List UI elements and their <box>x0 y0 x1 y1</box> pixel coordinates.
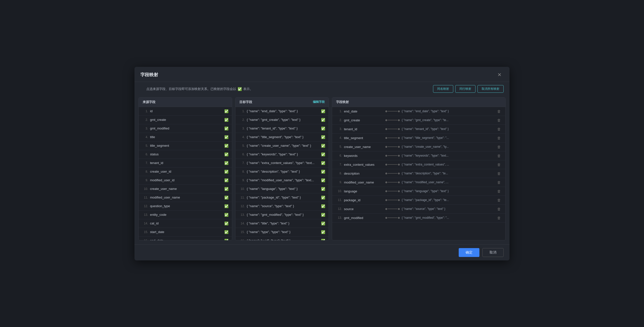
target-field-row[interactable]: 16. { "name": "uuid", "type": "text" } ✅ <box>236 237 329 240</box>
map-target-field: { "name": "title_segment", "type": "... <box>402 136 494 140</box>
target-field-row[interactable]: 10. { "name": "language", "type": "text"… <box>236 185 329 193</box>
source-field-row[interactable]: 3. gmt_modified ✅ <box>139 124 232 133</box>
field-num: 15. <box>142 230 148 234</box>
delete-mapping-button[interactable]: 🗑 <box>496 171 502 176</box>
delete-mapping-button[interactable]: 🗑 <box>496 153 502 158</box>
delete-mapping-button[interactable]: 🗑 <box>496 189 502 194</box>
footer-cancel-button[interactable]: 取消 <box>482 248 504 257</box>
field-name: { "name": "gmt_modified", "type": "text"… <box>247 213 319 217</box>
field-name: entity_code <box>150 213 222 217</box>
source-field-row[interactable]: 11. modified_user_name ✅ <box>139 193 232 202</box>
cancel-all-button[interactable]: 取消所有映射 <box>478 85 504 93</box>
field-name: { "name": "keywords", "type": "text" } <box>247 152 319 156</box>
field-name: { "name": "type", "type": "text" } <box>247 230 319 234</box>
modal-footer: 确定 取消 <box>134 244 510 260</box>
target-field-row[interactable]: 11. { "name": "package_id", "type": "tex… <box>236 193 329 202</box>
connector <box>386 208 400 210</box>
field-name: gmt_create <box>150 118 222 122</box>
field-num: 1. <box>142 109 148 113</box>
source-field-row[interactable]: 8. create_user_id ✅ <box>139 167 232 176</box>
connector-line <box>388 120 398 120</box>
source-field-row[interactable]: 10. create_user_name ✅ <box>139 185 232 193</box>
delete-mapping-button[interactable]: 🗑 <box>496 109 502 114</box>
target-field-row[interactable]: 6. { "name": "keywords", "type": "text" … <box>236 150 329 159</box>
mapped-check-icon: ✅ <box>321 196 325 200</box>
action-buttons: 同名映射 同行映射 取消所有映射 <box>433 85 504 93</box>
field-num: 16. <box>239 239 245 240</box>
field-num: 13. <box>142 213 148 217</box>
connector-dot-right <box>398 173 400 174</box>
delete-mapping-button[interactable]: 🗑 <box>496 215 502 221</box>
mapping-row: 1. end_date { "name": "end_date", "type"… <box>332 107 505 116</box>
connector-dot-right <box>398 137 400 139</box>
target-field-row[interactable]: 2. { "name": "gmt_create", "type": "text… <box>236 116 329 124</box>
confirm-button[interactable]: 确定 <box>459 248 480 257</box>
source-field-row[interactable]: 14. cat_id ✅ <box>139 219 232 228</box>
field-num: 10. <box>142 187 148 191</box>
delete-mapping-button[interactable]: 🗑 <box>496 126 502 132</box>
connector <box>386 110 400 112</box>
mapped-check-icon: ✅ <box>321 118 325 122</box>
map-num: 11. <box>335 198 342 202</box>
delete-mapping-button[interactable]: 🗑 <box>496 180 502 185</box>
mapping-row: 8. description { "name": "description", … <box>332 169 505 178</box>
connector <box>386 217 400 219</box>
source-field-row[interactable]: 5. title_segment ✅ <box>139 142 232 150</box>
source-field-row[interactable]: 7. tenant_id ✅ <box>139 159 232 167</box>
source-field-row[interactable]: 2. gmt_create ✅ <box>139 116 232 124</box>
map-source-field: create_user_name <box>344 145 384 149</box>
source-field-row[interactable]: 6. status ✅ <box>139 150 232 159</box>
map-num: 2. <box>335 118 342 122</box>
field-num: 1. <box>239 109 245 113</box>
field-name: title <box>150 135 222 139</box>
source-field-row[interactable]: 15. start_date ✅ <box>139 228 232 237</box>
field-name: { "name": "language", "type": "text" } <box>247 187 319 191</box>
source-field-row[interactable]: 1. id ✅ <box>139 107 232 116</box>
target-field-row[interactable]: 9. { "name": "modified_user_name", "type… <box>236 176 329 185</box>
field-num: 15. <box>239 230 245 234</box>
delete-mapping-button[interactable]: 🗑 <box>496 162 502 167</box>
field-name: { "name": "end_date", "type": "text" } <box>247 109 319 113</box>
mapping-row: 2. gmt_create { "name": "gmt_create", "t… <box>332 116 505 125</box>
target-field-row[interactable]: 15. { "name": "type", "type": "text" } ✅ <box>236 228 329 237</box>
mapped-check-icon: ✅ <box>321 135 325 139</box>
target-field-row[interactable]: 5. { "name": "create_user_name", "type":… <box>236 142 329 150</box>
target-field-row[interactable]: 8. { "name": "description", "type": "tex… <box>236 167 329 176</box>
mapped-check-icon: ✅ <box>224 126 228 130</box>
target-field-row[interactable]: 13. { "name": "gmt_modified", "type": "t… <box>236 211 329 219</box>
map-target-field: { "name": "keywords", "type": "text... <box>402 154 494 157</box>
source-field-row[interactable]: 4. title ✅ <box>139 133 232 142</box>
source-field-row[interactable]: 16. end_date ✅ <box>139 237 232 240</box>
delete-mapping-button[interactable]: 🗑 <box>496 206 502 212</box>
same-row-button[interactable]: 同行映射 <box>455 85 476 93</box>
target-field-row[interactable]: 7. { "name": "extra_content_values", "ty… <box>236 159 329 167</box>
delete-mapping-button[interactable]: 🗑 <box>496 198 502 203</box>
mapping-row: 9. modified_user_name { "name": "modifie… <box>332 178 505 187</box>
field-num: 9. <box>142 179 148 182</box>
main-content: 来源字段 1. id ✅ 2. gmt_create ✅ 3. gmt_modi… <box>134 97 510 244</box>
target-field-row[interactable]: 1. { "name": "end_date", "type": "text" … <box>236 107 329 116</box>
source-field-row[interactable]: 13. entity_code ✅ <box>139 211 232 219</box>
target-field-row[interactable]: 14. { "name": "title", "type": "text" } … <box>236 219 329 228</box>
target-field-row[interactable]: 12. { "name": "source", "type": "text" }… <box>236 202 329 211</box>
map-source-field: language <box>344 189 384 193</box>
map-num: 8. <box>335 172 342 175</box>
source-field-row[interactable]: 9. modified_user_id ✅ <box>139 176 232 185</box>
connector-line <box>388 164 398 165</box>
mapped-check-icon: ✅ <box>321 152 325 156</box>
field-num: 5. <box>239 144 245 147</box>
delete-mapping-button[interactable]: 🗑 <box>496 135 502 141</box>
delete-mapping-button[interactable]: 🗑 <box>496 118 502 123</box>
source-field-row[interactable]: 12. question_type ✅ <box>139 202 232 211</box>
target-field-row[interactable]: 4. { "name": "title_segment", "type": "t… <box>236 133 329 142</box>
map-target-field: { "name": "description", "type": "te... <box>402 172 494 175</box>
same-name-button[interactable]: 同名映射 <box>433 85 453 93</box>
field-name: { "name": "title", "type": "text" } <box>247 221 319 225</box>
check-circle-icon: ✅ <box>238 87 242 91</box>
target-field-row[interactable]: 3. { "name": "tenant_id", "type": "text"… <box>236 124 329 133</box>
map-target-field: { "name": "modified_user_name", ... <box>402 181 494 184</box>
field-num: 14. <box>142 222 148 225</box>
delete-mapping-button[interactable]: 🗑 <box>496 144 502 149</box>
close-button[interactable]: ✕ <box>496 71 504 79</box>
edit-field-link[interactable]: 编辑字段 <box>313 100 325 104</box>
